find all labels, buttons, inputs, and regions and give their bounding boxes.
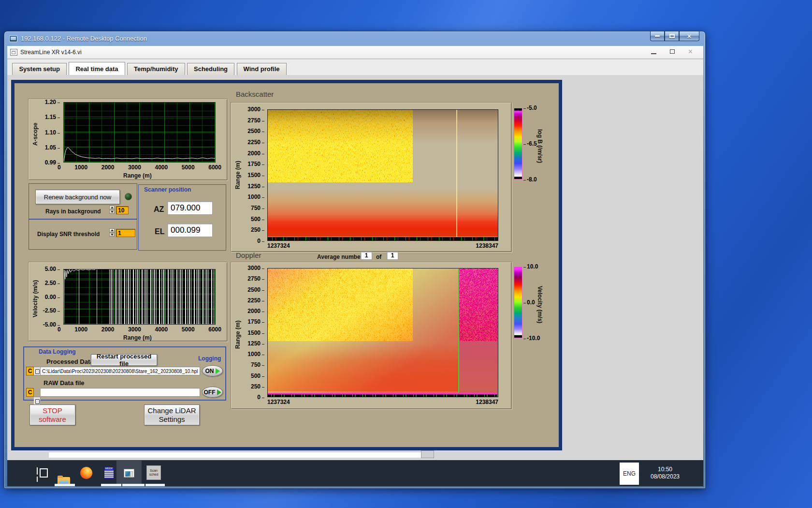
tick-label: 0	[58, 164, 61, 170]
doppler-ground-row	[268, 393, 498, 397]
tick-label: 1238347	[476, 399, 498, 405]
backscatter-ground-row	[268, 237, 498, 240]
tick-label: 0	[257, 394, 264, 400]
snr-spinner[interactable]	[109, 228, 115, 237]
raw-drive-badge[interactable]: C	[26, 388, 34, 397]
tick-label: 0	[58, 327, 61, 332]
vi-close-icon[interactable]: ×	[688, 49, 693, 54]
rdp-window-title: 192.168.0.122 - Remote Desktop Connectio…	[21, 35, 147, 42]
tick-label: 1250	[247, 183, 264, 189]
velocity-yticks: 5.002.500.00-2.50-5.00	[40, 266, 60, 328]
tick-label: 1000	[247, 351, 264, 357]
close-button[interactable]: ×	[679, 31, 699, 41]
average-total-field[interactable]: 1	[387, 252, 398, 260]
processed-toggle-label: ON	[205, 368, 214, 374]
colorbar-tick: 0.0	[523, 299, 535, 305]
restart-processed-file-button[interactable]: Restart processed file	[91, 354, 157, 366]
raw-path-field[interactable]	[41, 388, 200, 397]
running-indicator	[101, 484, 121, 486]
backscatter-xticks: 12373241238347	[267, 243, 498, 249]
labview-window-icon	[124, 469, 134, 478]
language-indicator[interactable]: ENG	[620, 463, 639, 485]
raw-logging-toggle[interactable]: OFF	[202, 387, 223, 398]
vi-titlebar[interactable]: StreamLine XR v14-6.vi	[7, 46, 703, 59]
rays-spinner[interactable]	[109, 206, 115, 214]
el-value-field: 000.099	[167, 224, 213, 237]
maximize-icon	[669, 34, 675, 38]
rdp-titlebar[interactable]: 192.168.0.122 - Remote Desktop Connectio…	[4, 31, 705, 45]
processed-path-field[interactable]: C:\Lidar\Data\Proc\2023\202308\20230808\…	[41, 367, 200, 375]
labview-app-button[interactable]	[116, 461, 142, 486]
tick-label: 3000	[247, 265, 264, 271]
maximize-button[interactable]	[665, 31, 679, 41]
tick-label: 1237324	[267, 399, 290, 405]
tab-wind-profile[interactable]: Wind profile	[237, 63, 287, 75]
clock-date: 08/08/2023	[643, 473, 687, 480]
tab-real-time-data[interactable]: Real time data	[69, 62, 125, 75]
tab-temp-humidity[interactable]: Temp/humidity	[127, 63, 185, 75]
processed-drive-badge[interactable]: C	[26, 367, 34, 375]
colorbar-tick: -6.5	[523, 141, 537, 147]
doppler-gradient-overlay	[268, 269, 459, 397]
doppler-right-block	[459, 269, 498, 397]
raw-toggle-label: OFF	[204, 389, 216, 396]
minimize-button[interactable]	[650, 31, 665, 41]
remote-session: StreamLine XR v14-6.vi × System setup Re…	[7, 46, 703, 486]
tick-label: 1500	[247, 330, 264, 336]
logging-label: Logging	[198, 355, 221, 362]
tick-label: 1.15	[45, 114, 60, 120]
backscatter-title: Backscatter	[236, 90, 274, 98]
stop-line2: software	[39, 415, 66, 424]
toggle-arrow-icon	[217, 389, 221, 395]
rays-in-background-label: Rays in background	[45, 208, 101, 215]
striped-document-icon[interactable]	[104, 466, 114, 479]
tab-scheduling[interactable]: Scheduling	[187, 63, 234, 75]
tick-label: 250	[251, 384, 264, 389]
stop-software-button[interactable]: STOP software	[29, 404, 75, 425]
doppler-right-tint	[459, 269, 498, 397]
clock[interactable]: 10:50 08/08/2023	[643, 466, 687, 480]
doppler-green-marker-line	[458, 269, 459, 393]
doppler-colorbar	[514, 267, 522, 338]
velocity-trace	[64, 269, 215, 324]
tick-label: 6000	[208, 327, 221, 332]
tick-label: 3000	[247, 106, 264, 112]
colorbar-tick: 10.0	[523, 264, 538, 269]
tick-label: 2500	[247, 287, 264, 293]
task-view-icon[interactable]	[37, 468, 46, 477]
ascope-xlabel: Range (m)	[123, 172, 152, 179]
running-indicator	[55, 484, 75, 486]
renew-background-button[interactable]: Renew background now	[35, 190, 120, 204]
close-icon: ×	[687, 32, 692, 40]
tick-label: 1.05	[45, 145, 60, 150]
tick-label: 2000	[247, 308, 264, 314]
vi-minimize-icon[interactable]	[651, 53, 656, 54]
tick-label: 5000	[182, 327, 195, 332]
rays-value-field[interactable]: 10	[116, 206, 129, 214]
backscatter-heatmap	[267, 109, 498, 241]
vi-restore-icon[interactable]	[670, 49, 675, 54]
scan-scheduler-icon[interactable]: Scan sched	[146, 465, 161, 480]
tab-system-setup[interactable]: System setup	[12, 63, 67, 75]
snr-threshold-label: Display SNR threshold	[37, 231, 100, 238]
processed-logging-toggle[interactable]: ON	[202, 365, 223, 376]
tick-label: 2500	[247, 128, 264, 134]
tick-label: 1500	[247, 172, 264, 178]
average-of-label: of	[376, 254, 381, 260]
tick-label: 2000	[102, 164, 115, 170]
processed-browse-icon[interactable]	[34, 367, 41, 375]
tick-label: 1000	[74, 164, 87, 170]
average-number-label: Average number	[317, 254, 362, 260]
firefox-icon[interactable]	[80, 467, 92, 479]
velocity-xticks: 0100020003000400050006000	[58, 327, 221, 332]
tick-label: 1000	[247, 194, 264, 200]
tick-label: 3000	[128, 327, 141, 332]
change-lidar-settings-button[interactable]: Change LiDAR Settings	[144, 404, 200, 425]
snr-value-field[interactable]: 1	[116, 229, 135, 237]
vi-window-title: StreamLine XR v14-6.vi	[20, 49, 82, 56]
scanner-position-title: Scanner position	[144, 186, 191, 193]
az-value-field: 079.000	[167, 201, 213, 215]
background-window-strip	[49, 452, 431, 458]
average-current-field[interactable]: 1	[361, 252, 372, 260]
backscatter-gradient-overlay	[268, 110, 498, 240]
